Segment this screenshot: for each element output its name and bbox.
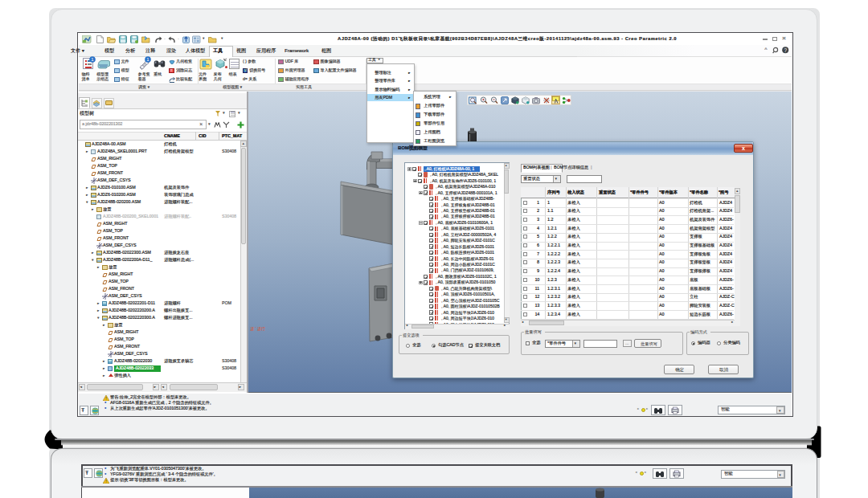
svg-text:?: ? [784, 47, 787, 53]
